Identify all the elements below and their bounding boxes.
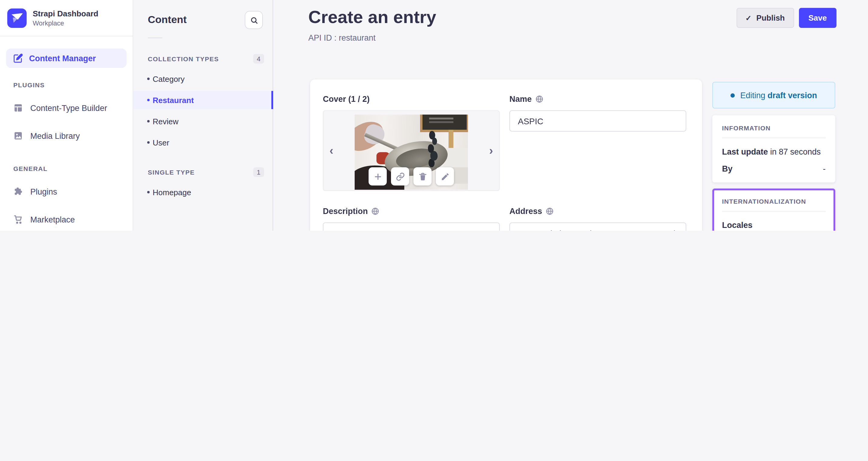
puzzle-icon — [13, 187, 23, 196]
collection-types-count-badge: 4 — [253, 54, 264, 64]
chevron-left-icon[interactable]: ‹ — [327, 143, 336, 159]
edit-asset-button[interactable] — [436, 167, 454, 185]
collection-types-label: COLLECTION TYPES — [148, 55, 219, 62]
status-text: Editing — [740, 91, 765, 100]
internationalization-card: INTERNATIONALIZATION Locales French ▾ Fi… — [712, 189, 835, 231]
strapi-app: Strapi Dashboard Workplace Content Manag… — [0, 0, 868, 231]
subnav-item-review[interactable]: Review — [133, 112, 273, 130]
divider — [148, 37, 162, 38]
save-button[interactable]: Save — [799, 8, 837, 28]
add-asset-button[interactable] — [369, 167, 387, 185]
information-title: INFORMATION — [722, 124, 826, 132]
layout-icon — [13, 103, 23, 113]
cover-carousel: ‹ › — [323, 110, 500, 191]
workspace-brand[interactable]: Strapi Dashboard Workplace — [0, 0, 133, 36]
publish-label: Publish — [756, 13, 785, 23]
field-label-text: Description — [323, 207, 368, 216]
description-label: Description — [323, 207, 500, 216]
field-label-text: Name — [509, 94, 532, 104]
locales-label: Locales — [722, 221, 826, 230]
content-subnav: Content COLLECTION TYPES 4 Category Rest… — [133, 0, 273, 231]
subnav-item-user[interactable]: User — [133, 133, 273, 151]
feather-edit-icon — [13, 53, 23, 63]
search-icon — [250, 16, 258, 24]
name-field-wrap: Name — [509, 94, 686, 132]
publish-button[interactable]: ✓ Publish — [736, 8, 794, 28]
subnav-item-restaurant[interactable]: Restaurant — [133, 91, 273, 109]
page-title: Create an entry — [308, 7, 436, 27]
by-value: - — [823, 164, 826, 173]
sidebar-section-plugins: PLUGINS — [13, 81, 133, 88]
name-label: Name — [509, 94, 686, 104]
sidebar-item-media-library[interactable]: Media Library — [0, 125, 133, 147]
app-title: Strapi Dashboard — [33, 9, 98, 18]
by-label: By — [722, 164, 733, 173]
sidebar-item-label: Plugins — [30, 187, 57, 196]
pencil-icon — [440, 172, 450, 181]
single-type-label: SINGLE TYPE — [148, 169, 195, 176]
field-label-text: Address — [509, 207, 542, 216]
strapi-logo-icon — [7, 8, 27, 28]
link-icon — [396, 172, 405, 181]
subnav-item-homepage[interactable]: Homepage — [133, 183, 273, 201]
single-type-list: Homepage — [133, 183, 273, 201]
sidebar-item-label: Media Library — [30, 131, 80, 140]
single-type-count-badge: 1 — [253, 167, 264, 177]
last-update-row: Last update in 87 seconds — [722, 147, 826, 156]
name-field[interactable] — [509, 110, 686, 132]
cover-label: Cover (1 / 2) — [323, 94, 500, 104]
collection-types-list: Category Restaurant Review User — [133, 70, 273, 151]
globe-icon — [372, 207, 379, 215]
chevron-right-icon[interactable]: › — [487, 143, 495, 159]
last-update-label: Last update — [722, 147, 768, 156]
subnav-title: Content — [148, 14, 187, 26]
sidebar-section-general: GENERAL — [13, 165, 133, 172]
main-sidebar: Strapi Dashboard Workplace Content Manag… — [0, 0, 133, 231]
status-badge: Editing draft version — [712, 82, 835, 109]
check-icon: ✓ — [745, 13, 751, 22]
plus-icon — [373, 172, 382, 181]
sidebar-item-content-manager[interactable]: Content Manager — [6, 49, 127, 68]
internationalization-title: INTERNATIONALIZATION — [722, 198, 826, 205]
workspace-name: Workplace — [33, 20, 98, 27]
cart-icon — [13, 214, 23, 224]
entry-meta-panel: Editing draft version INFORMATION Last u… — [712, 82, 835, 231]
search-button[interactable] — [245, 11, 263, 29]
sidebar-item-content-type-builder[interactable]: Content-Type Builder — [0, 97, 133, 119]
status-emphasis: draft version — [768, 91, 817, 100]
api-id-subtitle: API ID : restaurant — [308, 33, 376, 42]
divider — [722, 138, 826, 138]
photo-blackboard — [421, 115, 468, 132]
image-icon — [13, 131, 23, 141]
by-row: By - — [722, 164, 826, 173]
divider — [722, 211, 826, 211]
trash-icon — [418, 172, 427, 181]
sidebar-item-label: Marketplace — [30, 215, 75, 224]
globe-icon — [546, 207, 554, 215]
entry-form-card: Cover (1 / 2) ‹ › — [310, 79, 702, 231]
information-card: INFORMATION Last update in 87 seconds By… — [712, 115, 835, 182]
last-update-value: in 87 seconds — [770, 147, 821, 156]
description-field-wrap: Description ASPIC est un restaurant pari… — [323, 207, 500, 231]
cover-field: Cover (1 / 2) ‹ › — [323, 94, 500, 191]
delete-asset-button[interactable] — [413, 167, 432, 185]
address-field[interactable] — [509, 223, 686, 231]
sidebar-item-plugins[interactable]: Plugins — [0, 181, 133, 202]
sidebar-item-label: Content Manager — [29, 54, 96, 63]
photo-detail — [430, 131, 435, 140]
sidebar-item-marketplace[interactable]: Marketplace — [0, 208, 133, 230]
subnav-item-category[interactable]: Category — [133, 70, 273, 88]
address-field-wrap: Address — [509, 207, 686, 231]
status-dot-icon — [731, 93, 735, 97]
address-label: Address — [509, 207, 686, 216]
description-field[interactable]: ASPIC est un restaurant parisien situé a… — [323, 223, 500, 231]
globe-icon — [535, 95, 543, 103]
sidebar-item-label: Content-Type Builder — [30, 103, 107, 112]
copy-link-button[interactable] — [391, 167, 409, 185]
